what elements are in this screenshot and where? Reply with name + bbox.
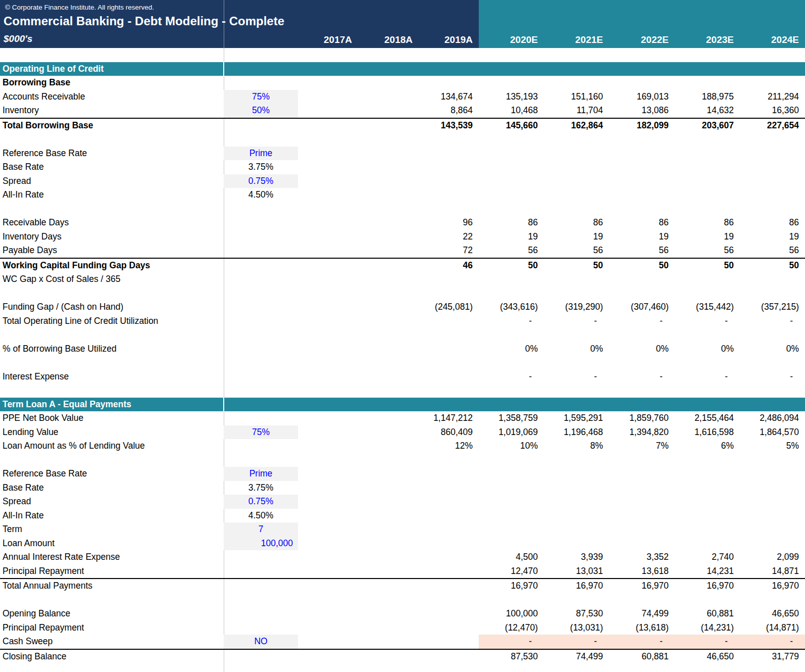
table-row: Inventory50%8,86410,46811,70413,08614,63… xyxy=(0,104,805,118)
cell-2017A xyxy=(298,635,358,649)
row-label: Principal Repayment xyxy=(0,621,224,635)
cell-2021E xyxy=(544,147,609,161)
cell-2018A xyxy=(358,537,419,551)
cell-2023E: - xyxy=(675,635,740,649)
cell-2018A xyxy=(358,593,419,607)
row-label: Loan Amount as % of Lending Value xyxy=(0,439,224,453)
cell-2018A xyxy=(358,48,419,62)
cell-2023E xyxy=(675,467,740,481)
cell-2019A xyxy=(419,76,479,90)
empty-cell xyxy=(224,328,298,342)
cell-2017A xyxy=(298,160,358,174)
cell-2018A xyxy=(358,230,419,244)
cell-2024E xyxy=(740,467,805,481)
cell-2020E: 16,970 xyxy=(479,579,544,593)
spacer-row xyxy=(0,356,805,370)
empty-cell xyxy=(224,579,298,593)
cell-2017A xyxy=(298,607,358,621)
row-label: Closing Balance xyxy=(0,649,224,664)
cell-2019A xyxy=(419,537,479,551)
computed-rate-cell: 3.75% xyxy=(224,481,298,495)
cell-2022E xyxy=(609,453,675,467)
cell-2017A xyxy=(298,272,358,286)
assumption-input-cell[interactable]: NO xyxy=(224,635,298,649)
cell-2019A xyxy=(419,48,479,62)
cell-2019A xyxy=(419,467,479,481)
year-header-2023E: 2023E xyxy=(675,34,740,45)
row-label: Reference Base Rate xyxy=(0,147,224,161)
cell-2023E xyxy=(675,147,740,161)
cell-2021E xyxy=(544,174,609,188)
assumption-input-cell[interactable]: 50% xyxy=(224,104,298,118)
assumption-input-cell[interactable]: 0.75% xyxy=(224,174,298,188)
cell-2023E xyxy=(675,272,740,286)
cell-2019A: 12% xyxy=(419,439,479,453)
cell-2019A: 96 xyxy=(419,216,479,230)
cell-2024E xyxy=(740,132,805,147)
cell-2023E: (14,231) xyxy=(675,621,740,635)
row-label: Borrowing Base xyxy=(0,76,224,90)
cell-2022E: - xyxy=(609,314,675,328)
cell-2019A xyxy=(419,481,479,495)
cell-2022E: 19 xyxy=(609,230,675,244)
units-label: $000's xyxy=(4,33,32,44)
cell-2018A xyxy=(358,649,419,664)
assumption-input-cell[interactable]: 100,000 xyxy=(224,537,298,551)
cell-2023E: 16,970 xyxy=(675,579,740,593)
cell-2020E: 87,530 xyxy=(479,649,544,664)
row-label xyxy=(0,202,224,216)
cell-2022E: 50 xyxy=(609,258,675,273)
cell-2019A xyxy=(419,370,479,384)
cell-2021E xyxy=(544,495,609,509)
cell-2024E: 16,970 xyxy=(740,579,805,593)
cell-2021E: 74,499 xyxy=(544,649,609,664)
empty-cell xyxy=(224,356,298,370)
cell-2020E: 56 xyxy=(479,244,544,258)
empty-cell xyxy=(224,439,298,453)
cell-2024E xyxy=(740,188,805,202)
row-label: Inventory xyxy=(0,104,224,118)
cell-2019A xyxy=(419,328,479,342)
cell-2020E xyxy=(479,188,544,202)
cell-2018A xyxy=(358,258,419,273)
cell-2023E: 56 xyxy=(675,244,740,258)
cell-2017A xyxy=(298,467,358,481)
cell-2019A xyxy=(419,272,479,286)
cell-2022E: 60,881 xyxy=(609,649,675,664)
assumption-input-cell[interactable]: 75% xyxy=(224,425,298,440)
cell-2022E xyxy=(609,272,675,286)
assumption-input-cell[interactable]: 7 xyxy=(224,522,298,537)
cell-2018A xyxy=(358,132,419,147)
row-label: Interest Expense xyxy=(0,370,224,384)
cell-2024E xyxy=(740,76,805,90)
assumption-input-cell[interactable]: 0.75% xyxy=(224,495,298,509)
cell-2023E: 6% xyxy=(675,439,740,453)
cell-2024E: 1,864,570 xyxy=(740,425,805,440)
cell-2018A xyxy=(358,522,419,537)
cell-2021E xyxy=(544,272,609,286)
cell-2020E: - xyxy=(479,370,544,384)
cell-2019A xyxy=(419,522,479,537)
table-row: % of Borrowing Base Utilized0%0%0%0%0% xyxy=(0,342,805,356)
cell-2024E xyxy=(740,495,805,509)
cell-2023E: 50 xyxy=(675,258,740,273)
cell-2023E xyxy=(675,286,740,301)
assumption-input-cell[interactable]: Prime xyxy=(224,467,298,481)
cell-2020E: 86 xyxy=(479,216,544,230)
cell-2021E xyxy=(544,453,609,467)
cell-2024E xyxy=(740,286,805,301)
assumption-input-cell[interactable]: Prime xyxy=(224,147,298,161)
cell-2019A xyxy=(419,564,479,579)
cell-2020E xyxy=(479,495,544,509)
row-label: WC Gap x Cost of Sales / 365 xyxy=(0,272,224,286)
cell-2018A xyxy=(358,370,419,384)
table-row: Lending Value75%860,4091,019,0691,196,46… xyxy=(0,425,805,440)
cell-2018A xyxy=(358,509,419,523)
table-row: Receivable Days968686868686 xyxy=(0,216,805,230)
table-row: Borrowing Base xyxy=(0,76,805,90)
cell-2018A xyxy=(358,300,419,314)
cell-2021E xyxy=(544,481,609,495)
cell-2019A xyxy=(419,160,479,174)
cell-2019A xyxy=(419,174,479,188)
assumption-input-cell[interactable]: 75% xyxy=(224,90,298,104)
